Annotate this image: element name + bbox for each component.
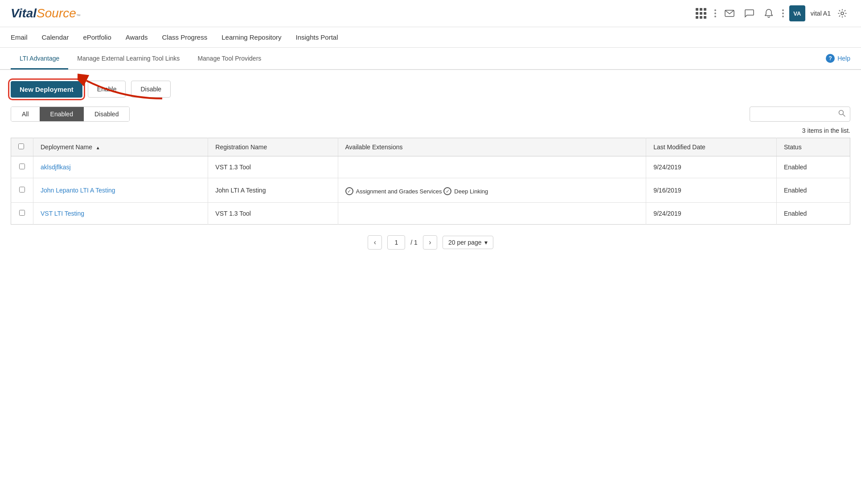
nav-calendar[interactable]: Calendar [42,33,69,41]
sort-arrow-icon: ▲ [96,145,100,150]
nav-email[interactable]: Email [11,33,28,41]
filter-enabled[interactable]: Enabled [40,107,84,121]
filter-row: All Enabled Disabled [11,107,850,122]
header-status: Status [776,138,850,156]
row1-last-modified-date: 9/24/2019 [646,156,777,178]
row3-deployment-link[interactable]: VST LTI Testing [41,210,84,217]
row2-deployment-name: John Lepanto LTI A Testing [33,178,208,203]
header-right: VA vital A1 [693,5,850,21]
row1-checkbox-cell [11,156,33,178]
filter-disabled[interactable]: Disabled [84,107,129,121]
help-button[interactable]: ? Help [826,48,850,69]
extension-label-2: Deep Linking [454,188,488,195]
filter-tabs: All Enabled Disabled [11,107,130,122]
row3-status: Enabled [776,203,850,225]
chat-icon[interactable] [741,5,757,21]
row1-deployment-name: aklsdjflkasj [33,156,208,178]
new-deployment-button[interactable]: New Deployment [11,81,82,98]
row3-deployment-name: VST LTI Testing [33,203,208,225]
nav-awards[interactable]: Awards [126,33,148,41]
search-box [750,107,850,122]
row3-registration-name: VST 1.3 Tool [208,203,338,225]
row1-registration-name: VST 1.3 Tool [208,156,338,178]
per-page-label: 20 per page [448,239,482,246]
apps-icon[interactable] [693,5,709,21]
nav-learning-repository[interactable]: Learning Repository [221,33,281,41]
row1-available-extensions [338,156,646,178]
extension-assignment-grades: ✓ Assignment and Grades Services [345,187,442,195]
header-checkbox-cell [11,138,33,156]
user-name: vital A1 [811,10,831,17]
header-last-modified-date: Last Modified Date [646,138,777,156]
svg-point-1 [841,12,844,15]
items-count: 3 items in the list. [11,127,850,134]
red-arrow-annotation [78,67,167,103]
mail-icon[interactable] [722,5,738,21]
row2-available-extensions: ✓ Assignment and Grades Services ✓ Deep … [338,178,646,203]
per-page-chevron-icon: ▾ [484,239,488,246]
dots-separator-1 [713,8,718,19]
per-page-select[interactable]: 20 per page ▾ [443,236,493,249]
next-page-button[interactable]: › [423,235,437,250]
extension-deep-linking: ✓ Deep Linking [443,187,488,195]
row2-checkbox-cell [11,178,33,203]
tab-lti-advantage[interactable]: LTI Advantage [11,49,68,70]
sub-nav: LTI Advantage Manage External Learning T… [0,48,861,70]
row2-status: Enabled [776,178,850,203]
check-circle-icon-2: ✓ [443,187,451,195]
header: Vital Source ™ [0,0,861,27]
bell-icon[interactable] [761,5,777,21]
prev-page-button[interactable]: ‹ [368,235,382,250]
row2-checkbox[interactable] [19,187,25,193]
total-pages: / 1 [410,239,418,246]
row3-available-extensions [338,203,646,225]
main-content: New Deployment Enable Disable All Enable… [0,70,861,271]
header-registration-name: Registration Name [208,138,338,156]
tab-manage-tool-providers[interactable]: Manage Tool Providers [189,49,270,70]
row3-checkbox-cell [11,203,33,225]
dots-separator-2 [780,8,786,19]
table-row: aklsdjflkasj VST 1.3 Tool 9/24/2019 Enab… [11,156,850,178]
row3-checkbox[interactable] [19,210,25,216]
logo-source: Source [37,6,76,20]
row2-last-modified-date: 9/16/2019 [646,178,777,203]
pagination: ‹ 1 / 1 › 20 per page ▾ [11,225,850,260]
row1-checkbox[interactable] [19,164,25,169]
check-circle-icon-1: ✓ [345,187,353,195]
search-input[interactable] [754,111,835,118]
help-label: Help [837,55,850,62]
nav-class-progress[interactable]: Class Progress [162,33,208,41]
nav-insights-portal[interactable]: Insights Portal [295,33,338,41]
search-icon [838,110,845,119]
table-row: VST LTI Testing VST 1.3 Tool 9/24/2019 E… [11,203,850,225]
row2-registration-name: John LTI A Testing [208,178,338,203]
svg-line-4 [843,115,845,117]
row1-status: Enabled [776,156,850,178]
top-nav: Email Calendar ePortfolio Awards Class P… [0,27,861,48]
nav-eportfolio[interactable]: ePortfolio [83,33,111,41]
table-row: John Lepanto LTI A Testing John LTI A Te… [11,178,850,203]
help-circle-icon: ? [826,54,835,63]
table-header-row: Deployment Name ▲ Registration Name Avai… [11,138,850,156]
header-available-extensions: Available Extensions [338,138,646,156]
data-table: Deployment Name ▲ Registration Name Avai… [11,138,850,225]
filter-all[interactable]: All [11,107,40,121]
tab-manage-external[interactable]: Manage External Learning Tool Links [68,49,189,70]
row3-last-modified-date: 9/24/2019 [646,203,777,225]
logo-vital: Vital [11,6,37,20]
row1-deployment-link[interactable]: aklsdjflkasj [41,164,71,171]
settings-icon[interactable] [834,5,850,21]
action-row: New Deployment Enable Disable [11,81,850,98]
header-deployment-name[interactable]: Deployment Name ▲ [33,138,208,156]
logo: Vital Source ™ [11,6,81,20]
avatar[interactable]: VA [789,5,805,21]
extension-label-1: Assignment and Grades Services [356,188,442,195]
logo-tm: ™ [76,13,81,18]
current-page: 1 [387,235,405,250]
select-all-checkbox[interactable] [18,143,24,149]
row2-deployment-link[interactable]: John Lepanto LTI A Testing [41,187,115,194]
